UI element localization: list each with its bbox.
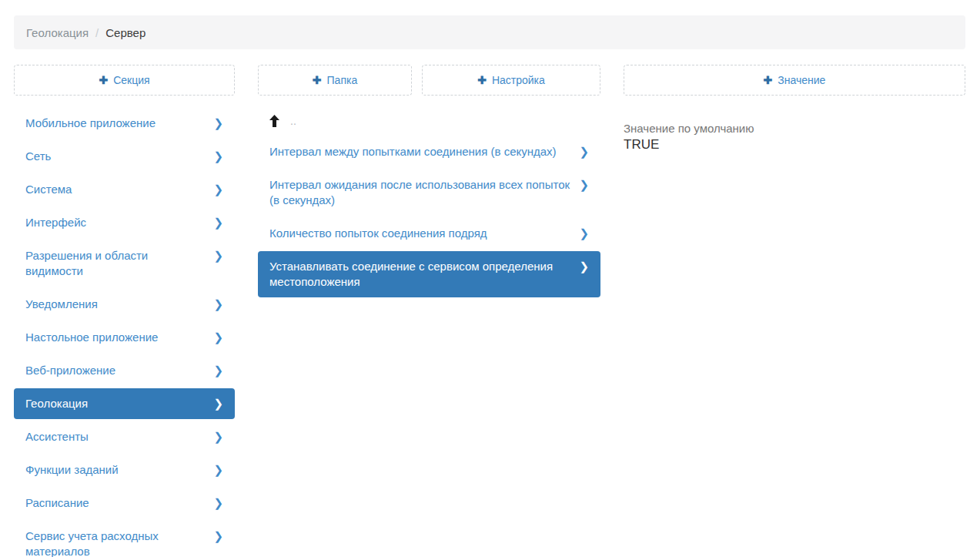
setting-item-label: Интервал между попытками соединения (в с…	[269, 144, 579, 159]
chevron-right-icon: ❯	[213, 462, 223, 478]
add-folder-label: Папка	[327, 74, 358, 86]
chevron-right-icon: ❯	[213, 495, 223, 511]
sidebar-item-web-app[interactable]: Веб-приложение ❯	[14, 355, 235, 386]
setting-item-label: Интервал ожидания после использования вс…	[269, 177, 579, 208]
chevron-right-icon: ❯	[213, 149, 223, 164]
breadcrumb: Геолокация / Сервер	[14, 15, 965, 49]
sidebar-item-label: Сервис учета расходных материалов	[25, 528, 213, 557]
sidebar-item-permissions[interactable]: Разрешения и области видимости ❯	[14, 240, 235, 287]
chevron-right-icon: ❯	[213, 182, 223, 197]
chevron-right-icon: ❯	[213, 116, 223, 131]
add-value-label: Значение	[778, 74, 825, 86]
sidebar-item-label: Функции заданий	[25, 462, 213, 478]
chevron-right-icon: ❯	[579, 226, 589, 241]
sidebar-item-assistants[interactable]: Ассистенты ❯	[14, 421, 235, 452]
chevron-right-icon: ❯	[579, 259, 589, 274]
sidebar-item-network[interactable]: Сеть ❯	[14, 141, 235, 172]
breadcrumb-current: Сервер	[105, 26, 145, 39]
go-up-row[interactable]: ..	[258, 108, 600, 134]
sidebar-item-system[interactable]: Система ❯	[14, 174, 235, 205]
default-value-label: Значение по умолчанию	[624, 121, 965, 136]
sidebar-item-schedule[interactable]: Расписание ❯	[14, 488, 235, 518]
sidebar-item-label: Интерфейс	[25, 215, 213, 230]
plus-icon: ✚	[477, 74, 487, 86]
add-value-button[interactable]: ✚ Значение	[624, 65, 965, 96]
sidebar-item-label: Настольное приложение	[25, 330, 213, 345]
sidebar-item-label: Сеть	[25, 149, 213, 164]
arrow-up-icon	[269, 115, 279, 127]
setting-item-establish-connection[interactable]: Устанавливать соединение с сервисом опре…	[258, 251, 600, 297]
values-column: ✚ Значение Значение по умолчанию TRUE	[624, 65, 965, 153]
chevron-right-icon: ❯	[213, 396, 223, 411]
sidebar-item-mobile-app[interactable]: Мобильное приложение ❯	[14, 108, 235, 139]
chevron-right-icon: ❯	[213, 429, 223, 445]
chevron-right-icon: ❯	[579, 144, 589, 159]
sections-list: Мобильное приложение ❯ Сеть ❯ Система ❯ …	[14, 108, 235, 557]
sidebar-item-label: Уведомления	[25, 297, 213, 312]
plus-icon: ✚	[764, 74, 773, 86]
chevron-right-icon: ❯	[213, 528, 223, 544]
plus-icon: ✚	[313, 74, 322, 86]
settings-column: ✚ Папка ✚ Настройка .. Интервал между по…	[258, 65, 600, 300]
sidebar-item-label: Разрешения и области видимости	[25, 248, 213, 279]
chevron-right-icon: ❯	[213, 215, 223, 230]
settings-list: .. Интервал между попытками соединения (…	[258, 108, 600, 297]
chevron-right-icon: ❯	[213, 363, 223, 378]
sidebar-item-label: Геолокация	[25, 396, 213, 411]
add-folder-button[interactable]: ✚ Папка	[258, 65, 412, 96]
setting-item-label: Количество попыток соединения подряд	[269, 226, 579, 241]
setting-item-label: Устанавливать соединение с сервисом опре…	[269, 259, 579, 290]
sidebar-item-label: Мобильное приложение	[25, 116, 213, 131]
breadcrumb-separator: /	[95, 26, 99, 39]
sidebar-item-consumables-service[interactable]: Сервис учета расходных материалов ❯	[14, 521, 235, 557]
chevron-right-icon: ❯	[579, 177, 589, 193]
sidebar-item-label: Расписание	[25, 495, 213, 511]
default-value-text: TRUE	[624, 136, 965, 153]
chevron-right-icon: ❯	[213, 248, 223, 263]
sidebar-item-label: Ассистенты	[25, 429, 213, 445]
breadcrumb-link-geolocation[interactable]: Геолокация	[26, 26, 89, 39]
setting-item-retry-interval[interactable]: Интервал между попытками соединения (в с…	[258, 136, 600, 167]
setting-item-wait-interval[interactable]: Интервал ожидания после использования вс…	[258, 169, 600, 216]
add-setting-label: Настройка	[492, 74, 545, 86]
chevron-right-icon: ❯	[213, 330, 223, 345]
add-section-button[interactable]: ✚ Секция	[14, 65, 235, 96]
default-value-block: Значение по умолчанию TRUE	[624, 121, 965, 153]
sidebar-item-notifications[interactable]: Уведомления ❯	[14, 289, 235, 320]
plus-icon: ✚	[99, 74, 108, 86]
chevron-right-icon: ❯	[213, 297, 223, 312]
sidebar-item-geolocation[interactable]: Геолокация ❯	[14, 388, 235, 419]
sidebar-item-interface[interactable]: Интерфейс ❯	[14, 207, 235, 238]
sidebar-item-label: Система	[25, 182, 213, 197]
add-setting-button[interactable]: ✚ Настройка	[422, 65, 600, 96]
sidebar-item-desktop-app[interactable]: Настольное приложение ❯	[14, 322, 235, 353]
go-up-label: ..	[290, 116, 296, 126]
setting-item-attempts-count[interactable]: Количество попыток соединения подряд ❯	[258, 218, 600, 249]
sidebar-item-label: Веб-приложение	[25, 363, 213, 378]
sidebar-item-task-functions[interactable]: Функции заданий ❯	[14, 455, 235, 485]
sections-column: ✚ Секция Мобильное приложение ❯ Сеть ❯ С…	[14, 65, 235, 557]
add-section-label: Секция	[113, 74, 149, 86]
